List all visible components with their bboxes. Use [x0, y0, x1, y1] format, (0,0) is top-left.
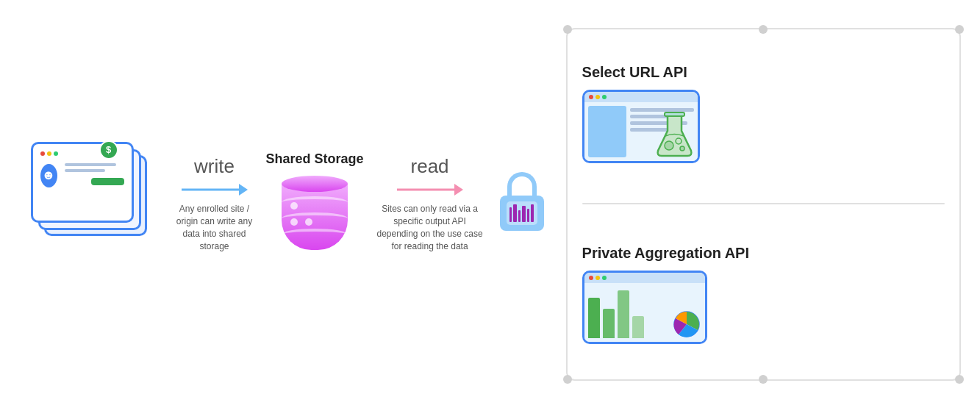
- right-panel: Select URL API: [566, 28, 961, 381]
- window-dots: [40, 151, 58, 156]
- avatar: ☻: [40, 164, 57, 187]
- private-aggregation-api: Private Aggregation API: [582, 245, 945, 344]
- card-front: ☻ $: [31, 142, 134, 223]
- mid-dot-bottom: [759, 375, 768, 384]
- corner-dot-bl: [563, 375, 572, 384]
- main-diagram: ☻ $ write Any enrolled site / origin can…: [20, 13, 961, 396]
- write-description: Any enrolled site / origin can write any…: [174, 203, 255, 252]
- read-arrow-section: read Sites can only read via a specific …: [375, 155, 485, 252]
- pie-chart-icon: [673, 310, 701, 338]
- barcode: [509, 204, 534, 222]
- svg-rect-0: [665, 112, 684, 116]
- shared-storage-section: Shared Storage: [266, 151, 364, 257]
- text-line-2: [65, 169, 105, 172]
- text-lines: [65, 163, 124, 185]
- select-url-title: Select URL API: [582, 64, 687, 81]
- corner-dot-tl: [563, 25, 572, 34]
- svg-point-3: [680, 146, 684, 151]
- write-arrow: [182, 182, 248, 197]
- read-label: read: [411, 155, 449, 178]
- svg-point-2: [676, 138, 682, 144]
- select-url-image: [582, 90, 700, 163]
- private-aggregation-image: [582, 271, 707, 344]
- mid-dot-top: [759, 25, 768, 34]
- private-aggregation-title: Private Aggregation API: [582, 245, 749, 262]
- bar-chart-bar-1: [588, 298, 600, 338]
- dot-yellow: [47, 151, 51, 156]
- svg-point-1: [665, 141, 673, 150]
- api-divider: [582, 203, 945, 204]
- bar-chart-bar-4: [632, 316, 644, 338]
- corner-dot-tr: [955, 25, 964, 34]
- dot-red: [40, 151, 45, 156]
- lock-shackle: [507, 172, 537, 196]
- write-label: write: [194, 155, 235, 178]
- lock-section: [496, 172, 548, 237]
- lock-inner: [507, 201, 537, 225]
- write-arrow-section: write Any enrolled site / origin can wri…: [174, 155, 255, 252]
- shared-storage-title: Shared Storage: [266, 151, 364, 167]
- enrolled-site-section: ☻ $: [20, 142, 167, 267]
- database-cylinder: [282, 176, 348, 257]
- dollar-badge: $: [99, 140, 118, 160]
- text-line-1: [65, 163, 116, 166]
- user-icon: ☻: [42, 168, 56, 183]
- lock-body: [500, 196, 544, 231]
- dot-green: [54, 151, 58, 156]
- lock-icon: [496, 172, 548, 231]
- select-url-api: Select URL API: [582, 64, 945, 163]
- corner-dot-br: [955, 375, 964, 384]
- read-description: Sites can only read via a specific outpu…: [375, 203, 485, 252]
- bar-chart-bar-3: [618, 290, 629, 338]
- bar-chart-bar-2: [603, 309, 615, 338]
- green-button: [91, 178, 124, 185]
- flask-icon: [654, 110, 695, 158]
- read-arrow: [397, 182, 463, 197]
- site-cards: ☻ $: [31, 142, 156, 267]
